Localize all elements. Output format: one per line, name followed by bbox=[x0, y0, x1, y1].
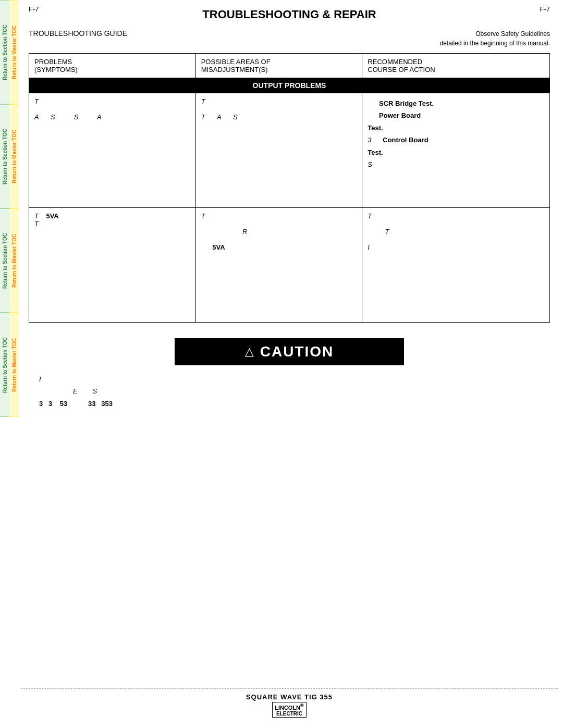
page-number-right: F-7 bbox=[540, 5, 550, 13]
row2-m-line2: R bbox=[201, 228, 357, 236]
section-toc-tab-2[interactable]: Return to Section TOC bbox=[0, 104, 9, 208]
row1-recommended: SCR Bridge Test. Power Board Test. 3 Con… bbox=[362, 93, 550, 208]
side-navigation: Return to Section TOC Return to Master T… bbox=[0, 0, 19, 698]
row1-rec-controlboard: 3 Control Board bbox=[368, 134, 544, 146]
row2-p-line2: T bbox=[34, 220, 190, 228]
side-pair-4: Return to Section TOC Return to Master T… bbox=[0, 313, 19, 417]
caution-section: △ CAUTION I E S 3 3 53 33 353 bbox=[29, 338, 550, 410]
page-number-left: F-7 bbox=[29, 5, 39, 13]
row2-misadj: T R 5VA bbox=[195, 208, 362, 323]
row1-m-line1: T bbox=[201, 97, 357, 105]
page-title: TROUBLESHOOTING & REPAIR bbox=[29, 8, 550, 21]
row1-rec-scrbridge: SCR Bridge Test. bbox=[368, 97, 544, 109]
row1-rec-s: S bbox=[368, 158, 544, 170]
row2-rec-line3: I bbox=[368, 243, 544, 251]
row2-m-line3: 5VA bbox=[201, 243, 357, 251]
col-header-rec-line1: RECOMMENDED bbox=[368, 58, 544, 66]
caution-text: I E S 3 3 53 33 353 bbox=[29, 373, 550, 410]
caution-box: △ CAUTION bbox=[175, 338, 404, 365]
col-header-misadj-line1: POSSIBLE AREAS OF bbox=[201, 58, 357, 66]
row2-misadj-content: T R 5VA bbox=[201, 212, 357, 280]
col-header-problems: PROBLEMS (SYMPTOMS) bbox=[29, 54, 196, 78]
row1-p-line1: T bbox=[34, 97, 190, 105]
side-pair-1: Return to Section TOC Return to Master T… bbox=[0, 0, 19, 104]
section-toc-tab-1[interactable]: Return to Section TOC bbox=[0, 0, 9, 104]
master-toc-tab-2[interactable]: Return to Master TOC bbox=[9, 104, 19, 208]
row1-misadj: T T A S bbox=[195, 93, 362, 208]
caution-text-line2: E S bbox=[39, 385, 540, 397]
side-pair-2: Return to Section TOC Return to Master T… bbox=[0, 104, 19, 208]
caution-text-line3: 3 3 53 33 353 bbox=[39, 398, 540, 410]
col-header-recommended: RECOMMENDED COURSE OF ACTION bbox=[362, 54, 550, 78]
row1-rec-content: SCR Bridge Test. Power Board Test. 3 Con… bbox=[368, 97, 544, 170]
row2-m-line1: T bbox=[201, 212, 357, 220]
brand-name: LINCOLN® ELECTRIC bbox=[272, 702, 307, 718]
caution-warning-icon: △ bbox=[245, 345, 254, 359]
row2-rec-content: T T I bbox=[368, 212, 544, 280]
caution-label: CAUTION bbox=[260, 343, 334, 360]
safety-note: Observe Safety Guidelines detailed in th… bbox=[440, 29, 550, 48]
guide-header: TROUBLESHOOTING GUIDE Observe Safety Gui… bbox=[29, 29, 550, 48]
troubleshooting-table: PROBLEMS (SYMPTOMS) POSSIBLE AREAS OF MI… bbox=[29, 53, 550, 323]
table-row-2: T 5VA T T R 5VA bbox=[29, 208, 550, 323]
footer-product: SQUARE WAVE TIG 355 bbox=[21, 693, 558, 701]
row2-rec-line1: T bbox=[368, 212, 544, 220]
row2-recommended: T T I bbox=[362, 208, 550, 323]
row1-rec-powerboard: Power Board bbox=[368, 109, 544, 121]
section-toc-tab-3[interactable]: Return to Section TOC bbox=[0, 208, 9, 313]
row1-misadj-content: T T A S bbox=[201, 97, 357, 165]
table-row-1: T A S S A T T A S SCR Brid bbox=[29, 93, 550, 208]
output-problems-section: OUTPUT PROBLEMS bbox=[29, 78, 550, 93]
main-content: F-7 F-7 TROUBLESHOOTING & REPAIR TROUBLE… bbox=[21, 0, 558, 415]
row2-p-line1: T 5VA bbox=[34, 212, 190, 220]
master-toc-tab-1[interactable]: Return to Master TOC bbox=[9, 0, 19, 104]
row1-problems-content: T A S S A bbox=[34, 97, 190, 165]
row1-p-line2: A S S A bbox=[34, 113, 190, 121]
col-header-misadj-line2: MISADJUSTMENT(S) bbox=[201, 66, 357, 73]
section-toc-tab-4[interactable]: Return to Section TOC bbox=[0, 313, 9, 417]
master-toc-tab-3[interactable]: Return to Master TOC bbox=[9, 208, 19, 313]
row1-m-line2: T A S bbox=[201, 113, 357, 121]
col-header-problems-line1: PROBLEMS bbox=[34, 58, 190, 66]
col-header-problems-line2: (SYMPTOMS) bbox=[34, 66, 190, 73]
output-problems-label: OUTPUT PROBLEMS bbox=[29, 78, 550, 93]
caution-text-line1: I bbox=[39, 373, 540, 385]
master-toc-tab-4[interactable]: Return to Master TOC bbox=[9, 313, 19, 417]
row1-rec-test2: Test. bbox=[368, 146, 544, 158]
guide-title: TROUBLESHOOTING GUIDE bbox=[29, 29, 127, 38]
row2-rec-line2: T bbox=[368, 228, 544, 236]
footer-brand: LINCOLN® ELECTRIC bbox=[21, 702, 558, 718]
safety-line2: detailed in the beginning of this manual… bbox=[440, 39, 550, 48]
row1-problems: T A S S A bbox=[29, 93, 196, 208]
row2-problems-content: T 5VA T bbox=[34, 212, 190, 280]
page-footer: SQUARE WAVE TIG 355 LINCOLN® ELECTRIC bbox=[21, 688, 558, 718]
side-pair-3: Return to Section TOC Return to Master T… bbox=[0, 208, 19, 313]
col-header-misadj: POSSIBLE AREAS OF MISADJUSTMENT(S) bbox=[195, 54, 362, 78]
row2-problems: T 5VA T bbox=[29, 208, 196, 323]
row1-rec-test1: Test. bbox=[368, 122, 544, 134]
col-header-rec-line2: COURSE OF ACTION bbox=[368, 66, 544, 73]
safety-line1: Observe Safety Guidelines bbox=[440, 29, 550, 39]
